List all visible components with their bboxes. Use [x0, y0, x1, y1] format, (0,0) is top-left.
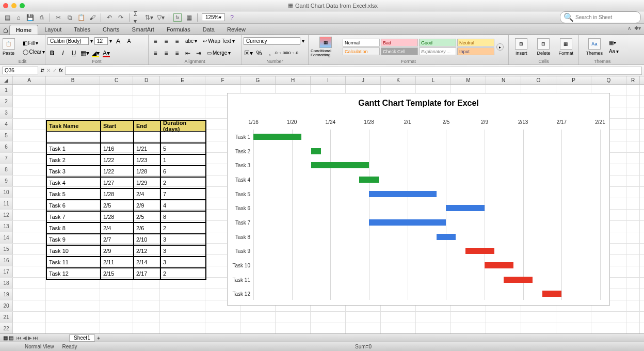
filter-icon[interactable]: ▽▾: [156, 13, 165, 22]
tab-charts[interactable]: Charts: [96, 25, 125, 35]
cell[interactable]: [311, 323, 346, 334]
gantt-bar[interactable]: [485, 262, 513, 268]
col-header-E[interactable]: E: [160, 76, 205, 84]
cell[interactable]: [205, 312, 240, 323]
cell[interactable]: [591, 312, 626, 323]
cell[interactable]: 3: [160, 245, 206, 257]
row-header[interactable]: 19: [0, 289, 13, 300]
cell[interactable]: [46, 85, 100, 95]
align-bottom-icon[interactable]: ≡: [172, 37, 182, 46]
orientation-button[interactable]: abc▾: [183, 37, 199, 45]
next-sheet-icon[interactable]: ▶: [28, 335, 32, 341]
cell[interactable]: [240, 323, 276, 334]
col-header-P[interactable]: P: [556, 76, 591, 84]
row-header[interactable]: 8: [0, 164, 13, 175]
tab-layout[interactable]: Layout: [38, 25, 68, 35]
cell[interactable]: Task 3: [46, 166, 101, 177]
redo-icon[interactable]: ↷: [117, 13, 125, 22]
cell[interactable]: [556, 323, 591, 334]
decrease-font-icon[interactable]: A: [124, 37, 134, 46]
cell[interactable]: [133, 96, 160, 107]
cell[interactable]: [13, 187, 46, 198]
cell[interactable]: [451, 312, 486, 323]
cell[interactable]: 2/9: [134, 200, 160, 211]
cell[interactable]: [626, 244, 640, 254]
col-header-M[interactable]: M: [451, 76, 486, 84]
cell[interactable]: [416, 323, 451, 334]
cell[interactable]: 1/22: [101, 154, 134, 166]
first-sheet-icon[interactable]: ⏮: [17, 335, 22, 341]
styles-more-icon[interactable]: ▸: [496, 43, 504, 51]
decrease-decimal-icon[interactable]: .00→.0: [287, 49, 296, 58]
gantt-bar[interactable]: [311, 162, 369, 168]
cell[interactable]: Task 1: [46, 143, 101, 154]
col-header-B[interactable]: B: [46, 76, 100, 84]
row-header[interactable]: 1: [0, 85, 13, 95]
row-header[interactable]: 13: [0, 221, 13, 232]
cell[interactable]: [591, 323, 626, 334]
print-icon[interactable]: ⎙: [37, 13, 45, 22]
cell[interactable]: [46, 312, 100, 323]
search-box[interactable]: 🔍: [560, 11, 641, 23]
row-header[interactable]: 21: [0, 312, 13, 323]
col-header-R[interactable]: R: [626, 76, 640, 84]
th-taskname[interactable]: Task Name: [46, 120, 101, 132]
decrease-indent-icon[interactable]: ⇤: [183, 49, 192, 58]
cell[interactable]: [626, 187, 640, 198]
cell[interactable]: [521, 323, 556, 334]
font-color-button[interactable]: A▾: [102, 49, 111, 58]
cell[interactable]: Task 2: [46, 154, 101, 166]
border-button[interactable]: ▦▾: [80, 49, 89, 58]
th-duration[interactable]: Duration (days): [160, 120, 206, 132]
row-header[interactable]: 10: [0, 187, 13, 198]
view-layout-icon[interactable]: ▤: [9, 335, 13, 341]
zoom-window-icon[interactable]: [20, 3, 25, 8]
cut-icon[interactable]: ✂: [54, 13, 62, 22]
col-header-I[interactable]: I: [311, 76, 346, 84]
cell[interactable]: [626, 255, 640, 266]
gantt-bar[interactable]: [359, 177, 378, 183]
increase-decimal-icon[interactable]: .0→.00: [276, 49, 285, 58]
cell[interactable]: [486, 312, 521, 323]
font-size-select[interactable]: [94, 37, 108, 45]
cell[interactable]: [13, 244, 46, 254]
cell[interactable]: 3: [160, 234, 206, 245]
format-cells-button[interactable]: ▦Format: [556, 38, 576, 56]
cell[interactable]: [100, 312, 133, 323]
select-all-cell[interactable]: ◢: [0, 76, 13, 84]
cell[interactable]: [240, 312, 276, 323]
cell[interactable]: [13, 255, 46, 266]
row-header[interactable]: 17: [0, 266, 13, 277]
cell[interactable]: [521, 312, 556, 323]
col-header-K[interactable]: K: [381, 76, 416, 84]
cell[interactable]: [46, 300, 100, 311]
close-window-icon[interactable]: [3, 3, 8, 8]
last-sheet-icon[interactable]: ⏭: [33, 335, 38, 341]
gantt-bar[interactable]: [369, 191, 437, 197]
cell[interactable]: [100, 96, 133, 107]
cell[interactable]: [13, 141, 46, 152]
cell[interactable]: 1/22: [101, 166, 134, 177]
cell[interactable]: [626, 266, 640, 277]
align-center-icon[interactable]: ≡: [162, 49, 171, 58]
cell[interactable]: [13, 312, 46, 323]
fill-color-button[interactable]: ◢▾: [91, 49, 100, 58]
row-header[interactable]: 12: [0, 210, 13, 220]
row-header[interactable]: 22: [0, 323, 13, 334]
style-neutral[interactable]: Neutral: [457, 39, 494, 46]
cell[interactable]: 2/9: [101, 245, 134, 257]
style-input[interactable]: Input: [457, 47, 494, 55]
cell[interactable]: 2: [160, 222, 206, 234]
cell[interactable]: [205, 323, 240, 334]
cell[interactable]: 2/4: [134, 188, 160, 200]
theme-colors-icon[interactable]: ▦▾: [607, 39, 621, 46]
tab-data[interactable]: Data: [197, 25, 221, 35]
cell[interactable]: [46, 289, 100, 300]
cell[interactable]: [486, 323, 521, 334]
conditional-formatting-button[interactable]: ▦Conditional Formatting: [311, 37, 341, 57]
cell[interactable]: [13, 119, 46, 130]
cancel-formula-icon[interactable]: ✕: [46, 68, 51, 73]
gantt-chart[interactable]: Gantt Chart Template for Excel 1/161/201…: [227, 93, 610, 306]
ribbon-collapse-icon[interactable]: ∧: [627, 25, 631, 31]
cell[interactable]: Task 10: [46, 245, 101, 257]
